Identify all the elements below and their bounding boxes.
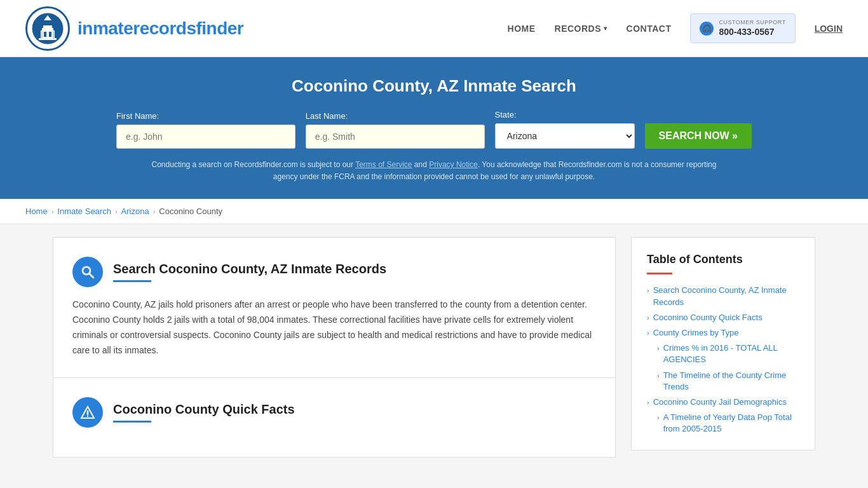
logo-icon bbox=[25, 6, 70, 51]
logo-text-bold: finder bbox=[196, 18, 243, 38]
toc-arrow-icon: › bbox=[647, 329, 649, 337]
card-body-search: Coconino County, AZ jails hold prisoners… bbox=[72, 297, 596, 358]
support-phone: 800-433-0567 bbox=[719, 26, 785, 37]
nav-records-label: RECORDS bbox=[555, 24, 602, 34]
toc-arrow-icon: › bbox=[647, 398, 649, 406]
quick-facts-card: Coconino County Quick Facts bbox=[53, 378, 616, 458]
chevron-down-icon: ▾ bbox=[604, 25, 607, 32]
last-name-label: Last Name: bbox=[306, 111, 485, 121]
toc-title: Table of Contents bbox=[647, 253, 799, 266]
toc-link-crimetypes[interactable]: County Crimes by Type bbox=[653, 327, 739, 339]
toc-link-search[interactable]: Search Coconino County, AZ Inmate Record… bbox=[653, 285, 799, 308]
nav-home[interactable]: HOME bbox=[508, 24, 536, 34]
search-icon-circle bbox=[72, 257, 103, 287]
toc-divider bbox=[647, 273, 672, 274]
support-button[interactable]: 🎧 CUSTOMER SUPPORT 800-433-0567 bbox=[690, 13, 795, 44]
search-icon bbox=[80, 264, 95, 280]
logo-text-regular: inmaterecords bbox=[78, 18, 196, 38]
state-group: State: Arizona Alabama Alaska California… bbox=[495, 110, 635, 149]
search-banner-title: Coconino County, AZ Inmate Search bbox=[25, 76, 843, 96]
card-title-facts: Coconino County Quick Facts bbox=[113, 402, 295, 417]
main-nav: HOME RECORDS ▾ CONTACT 🎧 CUSTOMER SUPPOR… bbox=[508, 13, 843, 44]
first-name-label: First Name: bbox=[116, 111, 295, 121]
search-now-button[interactable]: SEARCH NOW » bbox=[645, 123, 752, 149]
toc-link-yearlypop[interactable]: A Timeline of Yearly Data Pop Total from… bbox=[663, 412, 799, 435]
svg-rect-7 bbox=[44, 32, 46, 37]
content-left: Search Coconino County, AZ Inmate Record… bbox=[53, 237, 616, 457]
state-label: State: bbox=[495, 110, 635, 119]
svg-rect-10 bbox=[53, 31, 54, 39]
breadcrumb-sep-2: › bbox=[115, 208, 118, 215]
card-header-search: Search Coconino County, AZ Inmate Record… bbox=[72, 257, 596, 287]
toc-item-timeline: › The Timeline of the County Crime Trend… bbox=[647, 370, 799, 393]
breadcrumb: Home › Inmate Search › Arizona › Coconin… bbox=[0, 199, 868, 224]
site-header: inmaterecordsfinder HOME RECORDS ▾ CONTA… bbox=[0, 0, 868, 57]
breadcrumb-sep-3: › bbox=[153, 208, 156, 215]
breadcrumb-home[interactable]: Home bbox=[25, 207, 48, 216]
nav-records[interactable]: RECORDS ▾ bbox=[555, 24, 607, 34]
toc-item-crimetypes: › County Crimes by Type bbox=[647, 327, 799, 339]
card-title-search: Search Coconino County, AZ Inmate Record… bbox=[113, 262, 386, 276]
first-name-input[interactable] bbox=[116, 125, 295, 149]
breadcrumb-arizona[interactable]: Arizona bbox=[121, 207, 149, 216]
terms-link[interactable]: Terms of Service bbox=[355, 160, 412, 169]
title-underline-facts bbox=[113, 421, 151, 423]
toc-link-quickfacts[interactable]: Coconino County Quick Facts bbox=[653, 312, 763, 323]
breadcrumb-inmate-search[interactable]: Inmate Search bbox=[57, 207, 111, 216]
toc-arrow-icon: › bbox=[657, 344, 660, 352]
breadcrumb-sep-1: › bbox=[51, 208, 54, 215]
svg-rect-5 bbox=[43, 25, 52, 29]
toc-link-timeline[interactable]: The Timeline of the County Crime Trends bbox=[663, 370, 799, 393]
sidebar: Table of Contents › Search Coconino Coun… bbox=[631, 237, 815, 457]
card-header-facts: Coconino County Quick Facts bbox=[72, 397, 596, 428]
title-underline bbox=[113, 280, 151, 282]
inmate-records-card: Search Coconino County, AZ Inmate Record… bbox=[53, 237, 616, 377]
state-select[interactable]: Arizona Alabama Alaska California Colora… bbox=[495, 123, 635, 149]
toc-link-demographics[interactable]: Coconino County Jail Demographics bbox=[653, 396, 787, 408]
toc-item-yearlypop: › A Timeline of Yearly Data Pop Total fr… bbox=[647, 412, 799, 435]
toc-item-search: › Search Coconino County, AZ Inmate Reco… bbox=[647, 285, 799, 308]
support-label: CUSTOMER SUPPORT bbox=[719, 19, 785, 27]
search-form: First Name: Last Name: State: Arizona Al… bbox=[116, 110, 752, 149]
info-icon-circle bbox=[72, 397, 103, 428]
logo-text: inmaterecordsfinder bbox=[78, 18, 243, 39]
logo-area: inmaterecordsfinder bbox=[25, 6, 243, 51]
headset-icon: 🎧 bbox=[700, 22, 714, 36]
toc-arrow-icon: › bbox=[647, 287, 649, 294]
toc-arrow-icon: › bbox=[657, 414, 660, 421]
toc-card: Table of Contents › Search Coconino Coun… bbox=[631, 237, 815, 451]
toc-item-demographics: › Coconino County Jail Demographics bbox=[647, 396, 799, 408]
svg-point-15 bbox=[87, 415, 88, 416]
toc-arrow-icon: › bbox=[647, 314, 649, 322]
toc-item-crimes2016: › Crimes % in 2016 - TOTAL ALL AGENCIES bbox=[647, 342, 799, 365]
login-button[interactable]: LOGIN bbox=[815, 24, 843, 34]
toc-link-crimes2016[interactable]: Crimes % in 2016 - TOTAL ALL AGENCIES bbox=[663, 342, 799, 365]
alert-icon bbox=[80, 405, 95, 420]
svg-rect-9 bbox=[41, 31, 43, 39]
first-name-group: First Name: bbox=[116, 111, 295, 149]
disclaimer-text: Conducting a search on Recordsfinder.com… bbox=[148, 159, 720, 183]
breadcrumb-current: Coconino County bbox=[159, 207, 222, 216]
svg-rect-8 bbox=[49, 32, 51, 37]
last-name-group: Last Name: bbox=[306, 111, 485, 149]
svg-rect-3 bbox=[41, 30, 55, 39]
toc-arrow-icon: › bbox=[657, 372, 660, 379]
search-banner: Coconino County, AZ Inmate Search First … bbox=[0, 57, 868, 199]
nav-contact[interactable]: CONTACT bbox=[627, 24, 672, 34]
privacy-link[interactable]: Privacy Notice bbox=[429, 160, 478, 169]
main-content: Search Coconino County, AZ Inmate Record… bbox=[27, 237, 841, 457]
last-name-input[interactable] bbox=[306, 125, 485, 149]
toc-item-quickfacts: › Coconino County Quick Facts bbox=[647, 312, 799, 323]
svg-line-12 bbox=[90, 274, 94, 278]
toc-list: › Search Coconino County, AZ Inmate Reco… bbox=[647, 285, 799, 435]
